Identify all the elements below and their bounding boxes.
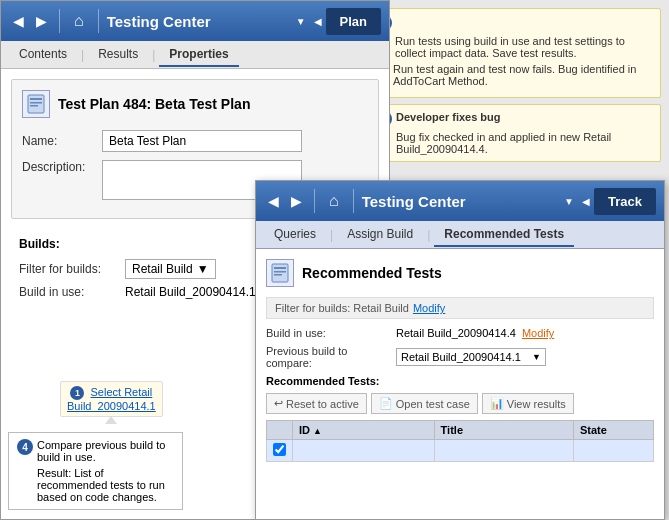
divider2: [98, 9, 99, 33]
col-state: State: [574, 421, 654, 440]
tab-assign-build[interactable]: Assign Build: [337, 223, 423, 247]
prev-build-dropdown-arrow: ▼: [532, 352, 541, 362]
right-header-dropdown[interactable]: ▼: [564, 196, 574, 207]
prev-build-value: Retail Build_20090414.1: [401, 351, 530, 363]
filter-label: Filter for builds:: [19, 262, 119, 276]
build-in-use-label: Build in use:: [19, 285, 119, 299]
plan-title: Test Plan 484: Beta Test Plan: [58, 96, 250, 112]
callout-1-line2: Build_20090414.1: [67, 400, 156, 412]
prev-build-dropdown[interactable]: Retail Build_20090414.1 ▼: [396, 348, 546, 366]
panel-content: Recommended Tests Filter for builds: Ret…: [256, 249, 664, 472]
forward-button[interactable]: ▶: [32, 11, 51, 31]
filter-bar: Filter for builds: Retail Build Modify: [266, 297, 654, 319]
callout-4-line3: Result: List of recommended tests to run…: [37, 467, 165, 503]
view-results-button[interactable]: 📊 View results: [482, 393, 574, 414]
annotation-3-title: Developer fixes bug: [396, 111, 501, 123]
tab-results[interactable]: Results: [88, 43, 148, 67]
test-plan-header: Test Plan 484: Beta Test Plan: [22, 90, 368, 118]
filter-modify-link[interactable]: Modify: [413, 302, 445, 314]
build-in-use-modify[interactable]: Modify: [522, 327, 554, 339]
callout-4: 4 Compare previous build to build in use…: [8, 432, 183, 510]
filter-bar-label: Filter for builds: Retail Build: [275, 302, 409, 314]
desc-label: Description:: [22, 160, 102, 174]
right-annotations: 2 → Run tests using build in use and tes…: [359, 0, 669, 176]
svg-rect-3: [30, 105, 38, 107]
svg-rect-6: [274, 271, 286, 273]
rec-icon: [266, 259, 294, 287]
right-forward-button[interactable]: ▶: [287, 191, 306, 211]
svg-rect-1: [30, 98, 42, 100]
right-header-bar: ◀ ▶ ⌂ Testing Center ▼ ◀ Track: [256, 181, 664, 221]
prev-build-label: Previous build to compare:: [266, 345, 396, 369]
callout-1-container: 1 Select Retail Build_20090414.1: [60, 381, 163, 425]
right-tabs-bar: Queries | Assign Build | Recommended Tes…: [256, 221, 664, 249]
header-dropdown-arrow[interactable]: ▼: [296, 16, 306, 27]
back-button[interactable]: ◀: [9, 11, 28, 31]
checkbox-input[interactable]: [273, 443, 286, 456]
callout-1: 1 Select Retail Build_20090414.1: [60, 381, 163, 417]
reset-icon: ↩: [274, 397, 283, 410]
callout-1-num: 1: [70, 386, 84, 400]
reset-label: Reset to active: [286, 398, 359, 410]
svg-rect-7: [274, 274, 282, 276]
tab-contents[interactable]: Contents: [9, 43, 77, 67]
recommended-header: Recommended Tests: [266, 259, 654, 287]
row-title: [434, 440, 573, 462]
name-input[interactable]: [102, 130, 302, 152]
prev-build-row: Previous build to compare: Retail Build_…: [266, 345, 654, 369]
build-in-use-value-right: Retail Build_20090414.4: [396, 327, 516, 339]
build-in-use-value: Retail Build_20090414.1: [125, 285, 256, 299]
col-title: Title: [434, 421, 573, 440]
row-state: [574, 440, 654, 462]
col-checkbox: [267, 421, 293, 440]
row-checkbox[interactable]: [267, 440, 293, 462]
header-small-arrow[interactable]: ◀: [314, 16, 322, 27]
col-id[interactable]: ID ▲: [293, 421, 435, 440]
home-button[interactable]: ⌂: [68, 10, 90, 32]
app-title: Testing Center: [107, 13, 292, 30]
right-home-button[interactable]: ⌂: [323, 190, 345, 212]
plan-icon: [22, 90, 50, 118]
svg-rect-2: [30, 102, 42, 104]
tab-queries[interactable]: Queries: [264, 223, 326, 247]
view-label: View results: [507, 398, 566, 410]
view-icon: 📊: [490, 397, 504, 410]
name-row: Name:: [22, 130, 368, 152]
callout-4-num: 4: [17, 439, 33, 455]
tab-properties[interactable]: Properties: [159, 43, 238, 67]
callout-arrow: [105, 416, 117, 424]
rec-title: Recommended Tests: [302, 265, 442, 281]
left-header-bar: ◀ ▶ ⌂ Testing Center ▼ ◀ Plan: [1, 1, 389, 41]
right-divider2: [353, 189, 354, 213]
divider: [59, 9, 60, 33]
svg-rect-0: [28, 95, 44, 113]
sort-arrow: ▲: [313, 426, 322, 436]
rec-tests-label: Recommended Tests:: [266, 375, 654, 387]
open-icon: 📄: [379, 397, 393, 410]
table-row[interactable]: [267, 440, 654, 462]
right-back-button[interactable]: ◀: [264, 191, 283, 211]
right-panel: ◀ ▶ ⌂ Testing Center ▼ ◀ Track Queries |…: [255, 180, 665, 520]
toolbar-row: ↩ Reset to active 📄 Open test case 📊 Vie…: [266, 393, 654, 414]
annotation-2: 2 → Run tests using build in use and tes…: [367, 8, 661, 98]
annotation-3-body: Bug fix checked in and applied in new Re…: [396, 131, 611, 155]
svg-rect-4: [272, 264, 288, 282]
annotation-2-line1: Run tests using build in use and test se…: [395, 35, 652, 59]
reset-active-button[interactable]: ↩ Reset to active: [266, 393, 367, 414]
right-header-arrow[interactable]: ◀: [582, 196, 590, 207]
plan-button[interactable]: Plan: [326, 8, 381, 35]
row-id: [293, 440, 435, 462]
annotation-2-line4: Run test again and test now fails. Bug i…: [393, 63, 652, 87]
open-test-case-button[interactable]: 📄 Open test case: [371, 393, 478, 414]
track-button[interactable]: Track: [594, 188, 656, 215]
right-app-title: Testing Center: [362, 193, 560, 210]
filter-dropdown-arrow: ▼: [197, 262, 209, 276]
annotation-3: 3 Developer fixes bug Bug fix checked in…: [367, 104, 661, 162]
name-label: Name:: [22, 134, 102, 148]
select-link[interactable]: Select Retail: [91, 386, 153, 398]
tab-recommended-tests[interactable]: Recommended Tests: [434, 223, 574, 247]
build-in-use-label-right: Build in use:: [266, 327, 396, 339]
filter-dropdown[interactable]: Retail Build ▼: [125, 259, 216, 279]
build-in-use-row-right: Build in use: Retail Build_20090414.4 Mo…: [266, 327, 654, 339]
open-label: Open test case: [396, 398, 470, 410]
